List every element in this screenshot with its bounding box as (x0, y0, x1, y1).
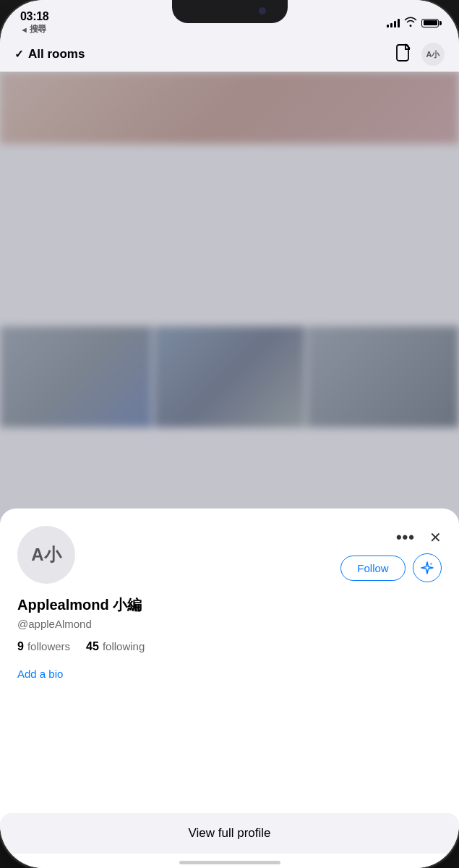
user-handle: @appleAlmond (17, 618, 442, 630)
battery-icon (421, 19, 439, 27)
home-indicator (17, 854, 442, 868)
status-indicators (387, 17, 439, 29)
view-full-profile-button[interactable]: View full profile (0, 813, 459, 854)
signal-icon (387, 19, 400, 27)
svg-rect-0 (397, 45, 408, 61)
room-title[interactable]: ✓ All rooms (14, 47, 85, 61)
nav-right-buttons: A小 (395, 43, 445, 66)
followers-count: 9 (17, 640, 24, 653)
following-label: following (103, 640, 145, 652)
user-name: Applealmond 小編 (17, 595, 442, 615)
navigation-bar: ✓ All rooms A小 (0, 40, 459, 72)
followers-label: followers (27, 640, 70, 652)
document-icon[interactable] (395, 43, 411, 66)
more-options-icon[interactable]: ••• (396, 529, 415, 545)
camera-dot (259, 7, 266, 14)
profile-avatar: A小 (17, 526, 75, 584)
followers-stat[interactable]: 9 followers (17, 640, 70, 653)
following-count: 45 (86, 640, 99, 653)
home-bar (179, 861, 280, 864)
svg-point-1 (430, 563, 432, 564)
screen-body: A小 ••• ✕ Follow (0, 72, 459, 868)
notch (172, 0, 288, 23)
action-buttons: Follow (340, 553, 442, 582)
profile-bottom-sheet: A小 ••• ✕ Follow (0, 509, 459, 868)
status-time: 03:18 ◄ 搜尋 (20, 10, 48, 35)
sheet-top-icons: ••• ✕ (396, 529, 442, 546)
phone-screen: 03:18 ◄ 搜尋 (0, 0, 459, 868)
wifi-icon (404, 17, 417, 29)
sparkle-button[interactable] (413, 553, 442, 582)
following-stat[interactable]: 45 following (86, 640, 145, 653)
follow-button[interactable]: Follow (340, 556, 406, 581)
sheet-header: A小 ••• ✕ Follow (17, 526, 442, 584)
sheet-spacer (17, 697, 442, 813)
sheet-actions: ••• ✕ Follow (340, 529, 442, 582)
close-icon[interactable]: ✕ (429, 529, 442, 546)
user-stats: 9 followers 45 following (17, 640, 442, 653)
phone-frame: 03:18 ◄ 搜尋 (0, 0, 459, 868)
add-bio-button[interactable]: Add a bio (17, 668, 442, 680)
user-avatar-small[interactable]: A小 (421, 43, 445, 66)
